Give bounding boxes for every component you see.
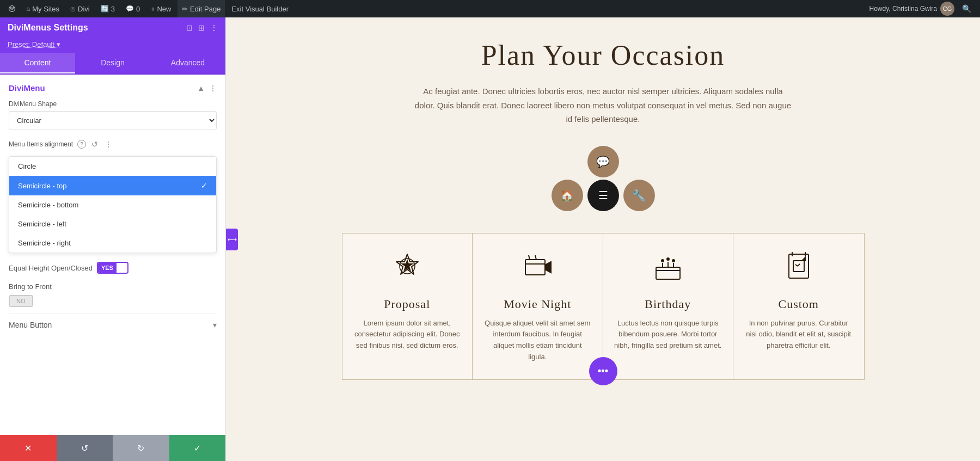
panel-tabs: Content Design Advanced — [0, 53, 225, 75]
menu-button-chevron-icon[interactable]: ▾ — [213, 321, 217, 329]
save-button[interactable]: ✓ — [169, 435, 226, 461]
section-controls: ▲ ⋮ — [197, 84, 217, 93]
menu-circle-tools[interactable]: 🔧 — [623, 180, 655, 211]
card-text-custom: In non pulvinar purus. Curabitur nisi od… — [744, 318, 853, 352]
card-title-proposal: Proposal — [353, 297, 462, 311]
svg-text:W: W — [10, 6, 14, 11]
card-custom: Custom In non pulvinar purus. Curabitur … — [733, 233, 864, 379]
shape-select[interactable]: Circular Semicircle - top Semicircle - b… — [9, 111, 217, 130]
page-title: Plan Your Occasion — [413, 39, 794, 71]
equal-height-label: Equal Height Open/Closed — [9, 264, 93, 272]
card-icon-proposal — [353, 250, 462, 288]
card-birthday: Birthday Luctus lectus non quisque turpi… — [603, 233, 734, 379]
shape-field: DiviMenu Shape Circular Semicircle - top… — [9, 100, 217, 130]
panel-header-icons: ⊡ ⊞ ⋮ — [186, 23, 218, 32]
panel-title: DiviMenus Settings — [8, 23, 88, 33]
tab-content[interactable]: Content — [0, 53, 75, 73]
search-icon[interactable]: 🔍 — [958, 4, 976, 13]
menu-circle-home[interactable]: 🏠 — [552, 180, 583, 211]
help-icon[interactable]: ? — [77, 140, 86, 149]
alignment-dropdown: Circle Semicircle - top ✓ Semicircle - b… — [9, 156, 217, 253]
reset-alignment-icon[interactable]: ↺ — [90, 139, 99, 150]
dropdown-item-circle[interactable]: Circle — [9, 157, 216, 176]
card-icon-custom — [744, 250, 853, 288]
card-icon-movie — [483, 250, 592, 288]
menu-circle-hamburger[interactable]: ☰ — [587, 180, 619, 211]
section-menu-icon[interactable]: ⋮ — [209, 84, 217, 93]
menu-items-align-label: Menu Items alignment — [9, 140, 73, 148]
exit-visual-builder-button[interactable]: Exit Visual Builder — [227, 0, 293, 17]
columns-icon[interactable]: ⊞ — [198, 23, 205, 32]
svg-rect-10 — [656, 267, 680, 279]
more-alignment-icon[interactable]: ⋮ — [103, 139, 113, 150]
preset-label[interactable]: Preset: Default ▾ — [8, 40, 60, 48]
wp-admin-bar: W ⌂ My Sites ◎ Divi 🔄 3 💬 0 + New ✏ Edit… — [0, 0, 980, 17]
my-sites-menu[interactable]: ⌂ My Sites — [22, 0, 64, 17]
preset-bar: Preset: Default ▾ — [0, 38, 225, 53]
check-icon: ✓ — [201, 181, 207, 190]
page-main-content: Plan Your Occasion Ac feugiat ante. Done… — [402, 17, 805, 233]
dropdown-item-semicircle-left[interactable]: Semicircle - left — [9, 214, 216, 233]
menu-row-top: 💬 — [587, 146, 619, 177]
dropdown-item-semicircle-top[interactable]: Semicircle - top ✓ — [9, 176, 216, 195]
redo-button[interactable]: ↻ — [113, 435, 169, 461]
new-button[interactable]: + New — [146, 0, 175, 17]
shape-label: DiviMenu Shape — [9, 100, 217, 108]
bring-to-front-section: Bring to Front NO — [9, 282, 217, 307]
menu-circle-chat[interactable]: 💬 — [587, 146, 619, 177]
panel-header: DiviMenus Settings ⊡ ⊞ ⋮ — [0, 17, 225, 38]
svg-marker-27 — [802, 257, 805, 261]
tab-design[interactable]: Design — [75, 53, 150, 73]
svg-marker-6 — [545, 262, 551, 273]
card-title-custom: Custom — [744, 297, 853, 311]
card-title-movie: Movie Night — [483, 297, 592, 311]
user-menu[interactable]: Howdy, Christina Gwira CG 🔍 — [869, 2, 976, 16]
menu-row-middle: 🏠 ☰ 🔧 — [552, 180, 655, 211]
avatar: CG — [940, 2, 954, 16]
collapse-section-icon[interactable]: ▲ — [197, 84, 205, 93]
menu-button-section: Menu Button ▾ — [9, 314, 217, 329]
svg-point-18 — [661, 260, 664, 262]
bubbles-button[interactable]: 💬 0 — [121, 0, 144, 17]
bring-to-front-label: Bring to Front — [9, 282, 217, 291]
menu-dots-button[interactable]: ••• — [589, 357, 617, 385]
section-title: DiviMenu — [9, 83, 45, 93]
card-text-birthday: Luctus lectus non quisque turpis bibendu… — [614, 318, 722, 352]
edit-page-button[interactable]: ✏ Edit Page — [177, 0, 225, 17]
menu-button-label: Menu Button — [9, 321, 52, 329]
panel-bottom-bar: ✕ ↺ ↻ ✓ — [0, 435, 225, 461]
card-title-birthday: Birthday — [614, 297, 722, 311]
panel-collapse-handle[interactable]: ⟷ — [226, 229, 238, 250]
undo-button[interactable]: ↺ — [57, 435, 113, 461]
tab-advanced[interactable]: Advanced — [150, 53, 225, 73]
equal-height-row: Equal Height Open/Closed YES — [9, 262, 217, 274]
wp-logo-button[interactable]: W — [4, 1, 20, 16]
svg-rect-5 — [525, 260, 545, 275]
svg-line-9 — [535, 255, 536, 260]
menu-items-align-row: Menu Items alignment ? ↺ ⋮ — [9, 139, 217, 150]
svg-rect-24 — [793, 261, 804, 272]
toggle-no — [117, 266, 127, 269]
comments-button[interactable]: 🔄 3 — [96, 0, 119, 17]
svg-point-20 — [672, 260, 675, 262]
divi-menu[interactable]: ◎ Divi — [66, 0, 94, 17]
bring-no-label: NO — [10, 296, 32, 306]
toggle-yes: YES — [98, 263, 117, 273]
panel-content: DiviMenu ▲ ⋮ DiviMenu Shape Circular Sem… — [0, 75, 225, 435]
bring-to-front-toggle[interactable]: NO — [9, 295, 33, 307]
cancel-button[interactable]: ✕ — [0, 435, 57, 461]
dropdown-item-semicircle-right[interactable]: Semicircle - right — [9, 233, 216, 253]
menu-circles-group: 💬 🏠 ☰ 🔧 — [413, 146, 794, 211]
page-subtitle: Ac feugiat ante. Donec ultricies loborti… — [413, 84, 794, 126]
more-options-icon[interactable]: ⋮ — [210, 23, 218, 32]
card-proposal: Proposal Lorem ipsum dolor sit amet, con… — [342, 233, 473, 379]
focus-mode-icon[interactable]: ⊡ — [186, 23, 193, 32]
card-icon-birthday — [614, 250, 722, 288]
divimenu-section-header: DiviMenu ▲ ⋮ — [9, 83, 217, 93]
page-preview: Plan Your Occasion Ac feugiat ante. Done… — [226, 17, 980, 461]
svg-point-19 — [667, 258, 669, 260]
card-movie-night: Movie Night Quisque aliquet velit sit am… — [473, 233, 603, 379]
svg-line-25 — [798, 264, 800, 266]
dropdown-item-semicircle-bottom[interactable]: Semicircle - bottom — [9, 195, 216, 214]
equal-height-toggle[interactable]: YES — [97, 262, 128, 274]
